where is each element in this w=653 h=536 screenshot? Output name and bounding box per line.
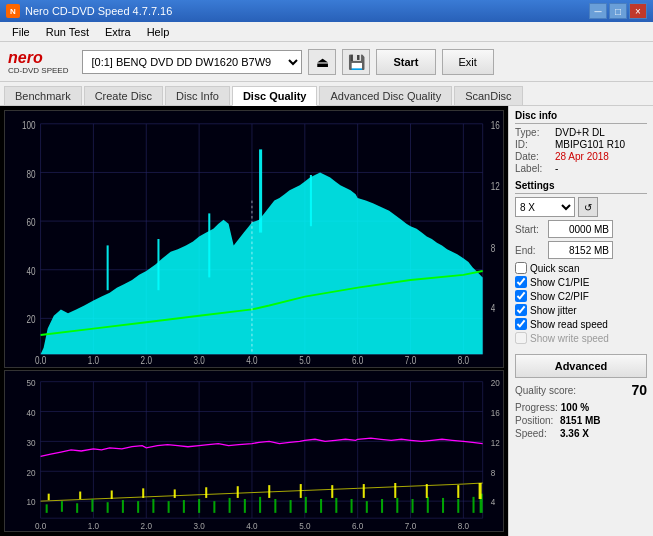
speed-selector[interactable]: 8 X (515, 197, 575, 217)
end-label: End: (515, 245, 545, 256)
tab-disc-quality[interactable]: Disc Quality (232, 86, 318, 106)
show-write-speed-label: Show write speed (530, 333, 609, 344)
show-c1-label: Show C1/PIE (530, 277, 589, 288)
show-c1-checkbox[interactable] (515, 276, 527, 288)
svg-rect-102 (412, 499, 414, 513)
svg-rect-78 (46, 504, 48, 513)
show-c2-checkbox[interactable] (515, 290, 527, 302)
disc-info-section: Disc info Type: DVD+R DL ID: MBIPG101 R1… (515, 110, 647, 174)
svg-text:7.0: 7.0 (405, 521, 417, 531)
show-read-speed-checkbox[interactable] (515, 318, 527, 330)
svg-rect-109 (79, 492, 81, 499)
position-label: Position: (515, 415, 557, 426)
svg-rect-90 (229, 498, 231, 513)
advanced-button[interactable]: Advanced (515, 354, 647, 378)
svg-rect-116 (300, 484, 302, 498)
show-write-speed-row: Show write speed (515, 332, 647, 344)
tab-disc-info[interactable]: Disc Info (165, 86, 230, 105)
quick-scan-checkbox[interactable] (515, 262, 527, 274)
toolbar: nero CD-DVD SPEED [0:1] BENQ DVD DD DW16… (0, 42, 653, 82)
disc-type-row: Type: DVD+R DL (515, 127, 647, 138)
menu-runtest[interactable]: Run Test (38, 24, 97, 40)
title-bar: N Nero CD-DVD Speed 4.7.7.16 ─ □ × (0, 0, 653, 22)
tab-create-disc[interactable]: Create Disc (84, 86, 163, 105)
svg-text:4: 4 (491, 497, 496, 507)
settings-section: Settings 8 X ↺ Start: End: Quick scan (515, 180, 647, 344)
svg-rect-121 (457, 485, 459, 498)
svg-rect-120 (426, 484, 428, 498)
svg-rect-103 (427, 497, 429, 513)
show-read-speed-label: Show read speed (530, 319, 608, 330)
tab-advanced-disc-quality[interactable]: Advanced Disc Quality (319, 86, 452, 105)
exit-button[interactable]: Exit (442, 49, 494, 75)
svg-text:10: 10 (26, 497, 35, 507)
svg-text:6.0: 6.0 (352, 356, 363, 367)
disc-date-row: Date: 28 Apr 2018 (515, 151, 647, 162)
eject-button[interactable]: ⏏ (308, 49, 336, 75)
svg-text:20: 20 (491, 378, 500, 388)
minimize-button[interactable]: ─ (589, 3, 607, 19)
disc-label-label: Label: (515, 163, 553, 174)
show-read-speed-row: Show read speed (515, 318, 647, 330)
svg-text:8: 8 (491, 243, 496, 254)
svg-text:40: 40 (26, 266, 35, 277)
svg-rect-122 (479, 483, 482, 499)
speed-value: 3.36 X (560, 428, 589, 439)
svg-rect-97 (335, 498, 337, 513)
show-jitter-checkbox[interactable] (515, 304, 527, 316)
svg-rect-112 (174, 489, 176, 498)
svg-rect-115 (268, 485, 270, 498)
drive-selector[interactable]: [0:1] BENQ DVD DD DW1620 B7W9 (82, 50, 302, 74)
svg-text:8: 8 (491, 467, 496, 477)
svg-rect-104 (442, 498, 444, 513)
svg-text:100: 100 (22, 120, 36, 131)
quick-scan-label: Quick scan (530, 263, 579, 274)
svg-rect-87 (183, 500, 185, 513)
svg-rect-119 (394, 483, 396, 498)
close-button[interactable]: × (629, 3, 647, 19)
disc-info-title: Disc info (515, 110, 647, 124)
svg-rect-38 (157, 239, 159, 290)
menu-file[interactable]: File (4, 24, 38, 40)
maximize-button[interactable]: □ (609, 3, 627, 19)
show-c2-label: Show C2/PIF (530, 291, 589, 302)
top-chart-svg: 100 80 60 40 20 16 12 8 4 0.0 1.0 2.0 3.… (5, 111, 503, 367)
svg-text:2.0: 2.0 (141, 356, 152, 367)
start-button[interactable]: Start (376, 49, 435, 75)
svg-rect-98 (351, 499, 353, 513)
save-button[interactable]: 💾 (342, 49, 370, 75)
menu-help[interactable]: Help (139, 24, 178, 40)
svg-text:0.0: 0.0 (35, 356, 46, 367)
svg-rect-105 (457, 499, 459, 513)
disc-id-label: ID: (515, 139, 553, 150)
svg-text:12: 12 (491, 181, 500, 192)
logo: nero CD-DVD SPEED (8, 49, 68, 75)
disc-type-label: Type: (515, 127, 553, 138)
svg-rect-81 (91, 499, 93, 512)
show-c2-row: Show C2/PIF (515, 290, 647, 302)
svg-rect-94 (290, 500, 292, 513)
svg-text:8.0: 8.0 (458, 356, 469, 367)
speed-row: 8 X ↺ (515, 197, 647, 217)
svg-text:40: 40 (26, 408, 35, 418)
logo-text: nero (8, 49, 43, 66)
start-input[interactable] (548, 220, 613, 238)
svg-text:20: 20 (26, 315, 35, 326)
main-content: 100 80 60 40 20 16 12 8 4 0.0 1.0 2.0 3.… (0, 106, 653, 536)
tab-scandisc[interactable]: ScanDisc (454, 86, 522, 105)
disc-type-value: DVD+R DL (555, 127, 605, 138)
svg-rect-113 (205, 487, 207, 498)
svg-text:4.0: 4.0 (246, 521, 258, 531)
quality-score-value: 70 (631, 382, 647, 398)
svg-rect-89 (213, 501, 215, 513)
disc-id-value: MBIPG101 R10 (555, 139, 625, 150)
menu-extra[interactable]: Extra (97, 24, 139, 40)
svg-text:1.0: 1.0 (88, 356, 99, 367)
refresh-button[interactable]: ↺ (578, 197, 598, 217)
end-input[interactable] (548, 241, 613, 259)
svg-rect-41 (310, 175, 312, 226)
progress-value: 100 % (561, 402, 589, 413)
tab-benchmark[interactable]: Benchmark (4, 86, 82, 105)
svg-text:4.0: 4.0 (246, 356, 257, 367)
svg-rect-79 (61, 501, 63, 512)
